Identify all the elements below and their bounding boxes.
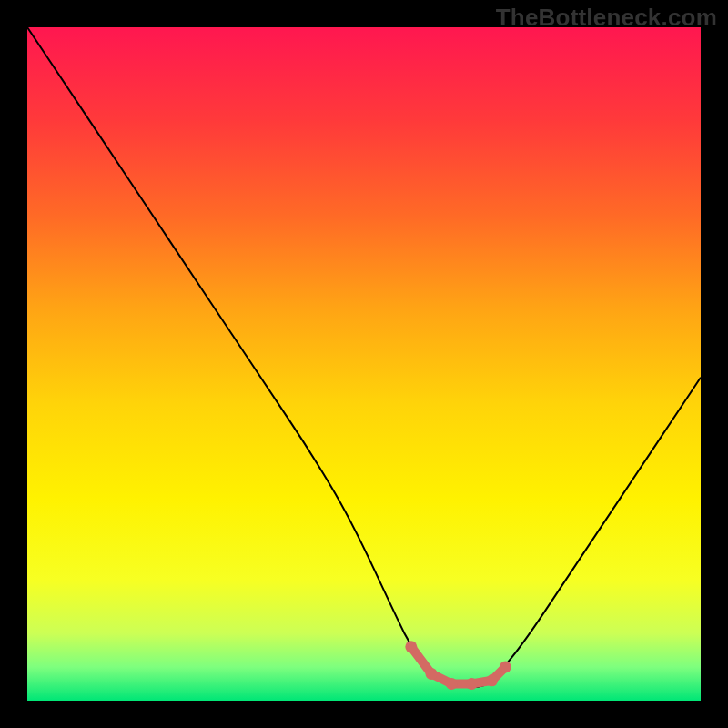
plot-container	[27, 27, 701, 701]
gradient-background	[27, 27, 701, 701]
svg-point-2	[446, 678, 458, 690]
svg-point-3	[466, 678, 478, 690]
watermark-text: TheBottleneck.com	[496, 4, 717, 32]
svg-point-5	[500, 662, 511, 673]
svg-point-1	[426, 668, 438, 680]
svg-point-0	[405, 641, 417, 652]
bottleneck-plot	[27, 27, 701, 701]
chart-page: TheBottleneck.com	[0, 0, 728, 728]
svg-point-4	[486, 674, 498, 686]
